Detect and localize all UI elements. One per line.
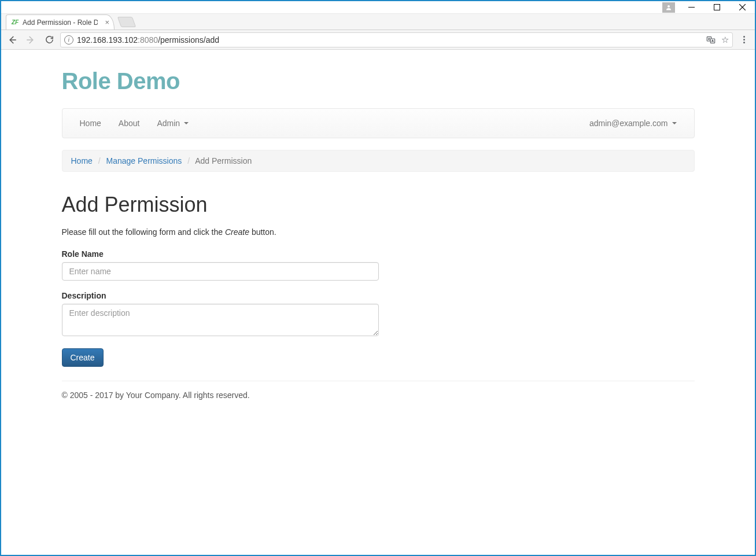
footer-divider <box>62 381 695 381</box>
kebab-icon <box>738 36 750 43</box>
nav-user-label: admin@example.com <box>589 119 668 128</box>
browser-tab[interactable]: ZF Add Permission - Role De × <box>6 14 115 30</box>
description-input[interactable] <box>62 304 379 336</box>
reload-button[interactable] <box>42 32 57 47</box>
svg-rect-2 <box>714 5 720 10</box>
nav-home[interactable]: Home <box>71 110 110 137</box>
main-navbar: Home About Admin admin@example.com <box>62 108 695 138</box>
translate-icon[interactable] <box>706 35 716 45</box>
breadcrumb-separator: / <box>184 156 193 165</box>
description-label: Description <box>62 291 379 300</box>
nav-admin[interactable]: Admin <box>148 110 197 137</box>
window-titlebar <box>1 1 755 14</box>
create-button[interactable]: Create <box>62 348 104 367</box>
caret-down-icon <box>184 122 189 124</box>
breadcrumb-home[interactable]: Home <box>71 156 93 165</box>
role-name-input[interactable] <box>62 262 379 281</box>
bookmark-star-icon[interactable]: ☆ <box>721 35 729 45</box>
tab-close-icon[interactable]: × <box>105 18 109 27</box>
footer-text: © 2005 - 2017 by Your Company. All right… <box>62 391 695 417</box>
breadcrumb-current: Add Permission <box>195 156 252 165</box>
site-info-icon[interactable]: i <box>64 35 73 45</box>
new-tab-button[interactable] <box>117 17 137 27</box>
breadcrumb-manage-permissions[interactable]: Manage Permissions <box>106 156 182 165</box>
role-name-label: Role Name <box>62 249 379 259</box>
address-bar[interactable]: i 192.168.193.102:8080/permissions/add ☆ <box>60 32 733 47</box>
lead-em: Create <box>225 227 249 237</box>
svg-rect-1 <box>688 7 695 8</box>
url-port: :8080 <box>138 35 158 45</box>
nav-about[interactable]: About <box>110 110 149 137</box>
browser-tabstrip: ZF Add Permission - Role De × <box>1 14 755 30</box>
breadcrumb-separator: / <box>95 156 104 165</box>
back-button[interactable] <box>5 32 20 47</box>
form-group-description: Description <box>62 291 379 338</box>
page-lead: Please fill out the following form and c… <box>62 227 695 237</box>
chrome-profile-icon[interactable] <box>662 2 675 13</box>
brand-title: Role Demo <box>62 51 695 108</box>
lead-post: button. <box>249 227 276 237</box>
window-minimize-button[interactable] <box>678 2 704 13</box>
page-title: Add Permission <box>62 193 695 217</box>
window-maximize-button[interactable] <box>704 2 729 13</box>
browser-window: ZF Add Permission - Role De × i 192.168.… <box>0 0 756 556</box>
url-path: /permissions/add <box>158 35 219 45</box>
browser-toolbar: i 192.168.193.102:8080/permissions/add ☆ <box>1 30 755 50</box>
lead-pre: Please fill out the following form and c… <box>62 227 225 237</box>
nav-user[interactable]: admin@example.com <box>581 110 685 137</box>
nav-home-label: Home <box>80 119 101 128</box>
browser-menu-button[interactable] <box>736 32 751 47</box>
page-viewport: Role Demo Home About Admin admin@example… <box>2 51 754 554</box>
tab-title: Add Permission - Role De <box>23 19 98 27</box>
zf-favicon-icon: ZF <box>11 19 19 27</box>
form-group-name: Role Name <box>62 249 379 281</box>
breadcrumb: Home / Manage Permissions / Add Permissi… <box>62 150 695 172</box>
window-close-button[interactable] <box>729 2 755 13</box>
page-container: Role Demo Home About Admin admin@example… <box>53 51 703 417</box>
nav-left: Home About Admin <box>71 110 198 137</box>
forward-button[interactable] <box>23 32 38 47</box>
caret-down-icon <box>672 122 677 124</box>
create-button-label: Create <box>71 353 95 362</box>
url-host: 192.168.193.102 <box>77 35 138 45</box>
svg-point-0 <box>668 5 670 8</box>
nav-admin-label: Admin <box>157 119 180 128</box>
nav-about-label: About <box>119 119 140 128</box>
nav-right: admin@example.com <box>581 110 685 137</box>
